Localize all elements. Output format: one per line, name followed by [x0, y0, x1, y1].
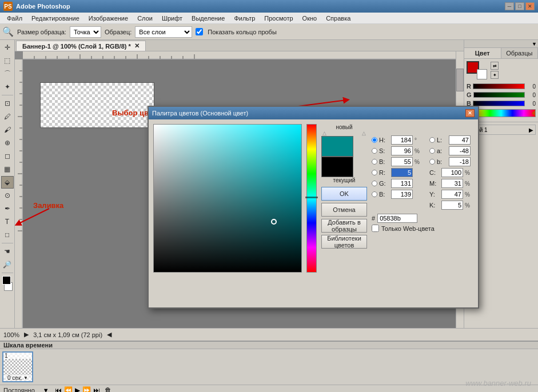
h-field-row: H: ° [372, 135, 423, 145]
sample-size-select[interactable]: Точка [70, 26, 101, 38]
shape-tool[interactable]: □ [1, 229, 14, 241]
minimize-button[interactable]: ─ [505, 2, 514, 10]
tl-prev-frame[interactable]: ⏪ [64, 386, 73, 392]
fields-spacer [372, 201, 423, 210]
close-button[interactable]: ✕ [525, 2, 535, 10]
tl-delete[interactable]: 🗑 [105, 386, 111, 392]
a-radio[interactable] [429, 148, 435, 154]
k-input[interactable] [441, 201, 463, 210]
zoom-control[interactable]: ▶ [24, 331, 29, 338]
samples-tab[interactable]: Образцы [501, 48, 539, 58]
gradient-tool[interactable]: ▦ [1, 163, 14, 175]
l-input[interactable] [449, 135, 471, 145]
menu-view[interactable]: Просмотр [260, 14, 297, 23]
magic-wand-tool[interactable]: ✦ [1, 81, 14, 93]
sample-label: Образец: [105, 29, 131, 35]
document-tab[interactable]: Баннер-1 @ 100% (Слой 1, RGB/8) * ✕ [16, 41, 146, 51]
foreground-color[interactable] [2, 276, 11, 285]
eyedropper-tool[interactable]: 🖊 [1, 110, 14, 123]
current-color-swatch[interactable] [321, 157, 353, 177]
s-radio[interactable] [372, 148, 377, 154]
brightness-radio[interactable] [372, 159, 377, 165]
nav-prev[interactable]: ◀ [107, 331, 111, 338]
sb-gradient-box[interactable] [153, 124, 302, 273]
rp-bg-swatch[interactable] [477, 69, 487, 79]
rp-icon1[interactable]: ⇄ [491, 62, 499, 70]
type-tool[interactable]: T [1, 215, 14, 228]
a-input[interactable] [449, 146, 471, 155]
cancel-button[interactable]: Отмена [321, 203, 367, 217]
brightness-input[interactable] [391, 157, 413, 166]
g-channel-slider[interactable] [473, 92, 525, 98]
add-to-samples-button[interactable]: Добавить в образцы [321, 219, 367, 233]
marquee-tool[interactable]: ⬚ [1, 54, 14, 67]
tl-chevron[interactable]: ▼ [43, 387, 49, 392]
clone-tool[interactable]: ⊕ [1, 137, 14, 149]
lasso-tool[interactable]: ⌒ [1, 67, 14, 80]
g-radio[interactable] [372, 181, 377, 186]
zoom-tool[interactable]: 🔎 [1, 258, 14, 271]
tl-play-next[interactable]: ⏭ [93, 386, 100, 392]
scrollbar-v-thumb[interactable] [456, 69, 464, 91]
sample-select[interactable]: Все слои [135, 26, 192, 38]
r-radio[interactable] [372, 170, 377, 175]
menu-selection[interactable]: Выделение [187, 14, 229, 23]
menu-image[interactable]: Изображение [84, 14, 133, 23]
tab-close-icon[interactable]: ✕ [134, 42, 140, 50]
rp-icon2[interactable]: ✦ [491, 71, 499, 79]
r-channel-slider[interactable] [473, 83, 525, 89]
b2-input[interactable] [449, 157, 471, 166]
tl-play-btn[interactable]: ▶ [75, 386, 80, 392]
tl-next-frame[interactable]: ⏩ [82, 386, 91, 392]
b2-radio[interactable] [429, 159, 435, 165]
web-colors-row: Только Web-цвета [372, 225, 480, 232]
b-channel-slider[interactable] [473, 101, 525, 106]
tl-play-prev[interactable]: ⏮ [55, 386, 62, 392]
menu-filter[interactable]: Фильтр [229, 14, 260, 23]
hue-slider[interactable] [306, 124, 317, 273]
r-input[interactable] [391, 168, 413, 177]
hand-tool[interactable]: ☚ [1, 245, 14, 258]
c-input[interactable] [441, 168, 463, 177]
menu-font[interactable]: Шрифт [157, 14, 187, 23]
eyedropper-tool-icon[interactable]: 🔍 [2, 26, 14, 37]
dialog-close-button[interactable]: ✕ [465, 109, 475, 117]
h-radio[interactable] [372, 137, 377, 143]
menu-file[interactable]: Файл [2, 14, 27, 23]
y-input[interactable] [441, 190, 463, 199]
brush-tool[interactable]: 🖌 [1, 123, 14, 136]
l-radio[interactable] [429, 137, 435, 143]
menu-window[interactable]: Окно [298, 14, 322, 23]
menu-edit[interactable]: Редактирование [27, 14, 84, 23]
y-label: Y: [429, 191, 440, 198]
ok-button[interactable]: OK [321, 187, 367, 201]
g-input[interactable] [391, 179, 413, 188]
show-ring-checkbox[interactable] [196, 28, 203, 35]
pen-tool[interactable]: ✒ [1, 202, 14, 215]
h-input[interactable] [391, 135, 413, 145]
menu-help[interactable]: Справка [321, 14, 355, 23]
bucket-fill-tool[interactable]: ⬙ [1, 176, 14, 189]
web-colors-checkbox[interactable] [372, 225, 379, 232]
color-swatches[interactable] [1, 276, 14, 291]
s-input[interactable] [391, 146, 413, 155]
maximize-button[interactable]: □ [515, 2, 524, 10]
move-tool[interactable]: ✛ [1, 41, 14, 54]
frame-dropdown-icon[interactable]: ▼ [23, 375, 28, 381]
m-input[interactable] [441, 179, 463, 188]
eraser-tool[interactable]: ◻ [1, 150, 14, 162]
k-field-row: K: % [429, 201, 480, 210]
l-field-row: L: [429, 135, 480, 145]
tab-bar: Баннер-1 @ 100% (Слой 1, RGB/8) * ✕ [15, 40, 464, 51]
color-tab[interactable]: Цвет [464, 48, 501, 58]
timeline-frame-1[interactable]: 1 0 сек. ▼ [2, 351, 33, 382]
new-color-swatch[interactable] [321, 136, 353, 157]
menu-layers[interactable]: Слои [133, 14, 157, 23]
blue-input[interactable] [391, 190, 413, 199]
hex-input[interactable] [377, 214, 417, 223]
color-libraries-button[interactable]: Библиотеки цветов [321, 235, 367, 249]
dodge-tool[interactable]: ⊙ [1, 189, 14, 202]
panel-collapse-icon[interactable]: ▼ [532, 41, 537, 47]
blue-radio[interactable] [372, 191, 377, 197]
crop-tool[interactable]: ⊡ [1, 97, 14, 110]
